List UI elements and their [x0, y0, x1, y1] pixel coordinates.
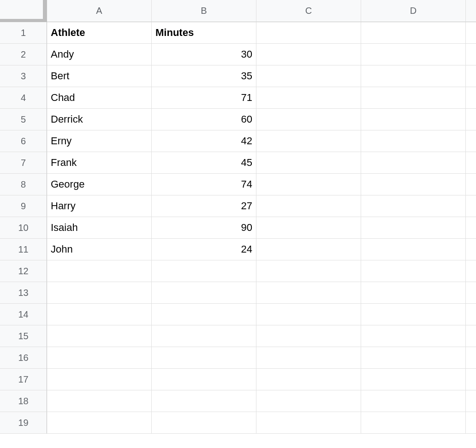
cell-c9[interactable]: [256, 195, 361, 217]
cell-d1[interactable]: [361, 22, 466, 44]
cell-a4[interactable]: Chad: [47, 87, 152, 109]
cell-b18[interactable]: [152, 390, 256, 412]
cell-c15[interactable]: [256, 325, 361, 347]
cell-b13[interactable]: [152, 282, 256, 304]
row-header-12[interactable]: 12: [0, 260, 47, 282]
cell-c3[interactable]: [256, 65, 361, 87]
select-all-corner[interactable]: [0, 0, 47, 22]
col-header-a[interactable]: A: [47, 0, 152, 22]
row-header-4[interactable]: 4: [0, 87, 47, 109]
row-header-7[interactable]: 7: [0, 152, 47, 174]
cell-a12[interactable]: [47, 260, 152, 282]
cell-d6[interactable]: [361, 130, 466, 152]
cell-c12[interactable]: [256, 260, 361, 282]
cell-d7[interactable]: [361, 152, 466, 174]
cell-a17[interactable]: [47, 369, 152, 390]
cell-b3[interactable]: 35: [152, 65, 256, 87]
cell-c4[interactable]: [256, 87, 361, 109]
cell-b5[interactable]: 60: [152, 109, 256, 130]
cell-b2[interactable]: 30: [152, 44, 256, 65]
cell-b16[interactable]: [152, 347, 256, 369]
row-header-17[interactable]: 17: [0, 369, 47, 390]
cell-a15[interactable]: [47, 325, 152, 347]
row-header-3[interactable]: 3: [0, 65, 47, 87]
cell-d2[interactable]: [361, 44, 466, 65]
row-header-8[interactable]: 8: [0, 174, 47, 195]
cell-a3[interactable]: Bert: [47, 65, 152, 87]
cell-d19[interactable]: [361, 412, 466, 434]
cell-d11[interactable]: [361, 239, 466, 260]
cell-c16[interactable]: [256, 347, 361, 369]
row-header-6[interactable]: 6: [0, 130, 47, 152]
cell-a2[interactable]: Andy: [47, 44, 152, 65]
cell-d4[interactable]: [361, 87, 466, 109]
cell-b15[interactable]: [152, 325, 256, 347]
cell-d8[interactable]: [361, 174, 466, 195]
cell-d14[interactable]: [361, 304, 466, 325]
cell-c11[interactable]: [256, 239, 361, 260]
row-header-5[interactable]: 5: [0, 109, 47, 130]
cell-d5[interactable]: [361, 109, 466, 130]
row-header-18[interactable]: 18: [0, 390, 47, 412]
cell-d12[interactable]: [361, 260, 466, 282]
cell-c1[interactable]: [256, 22, 361, 44]
cell-a14[interactable]: [47, 304, 152, 325]
col-header-b[interactable]: B: [152, 0, 256, 22]
cell-b10[interactable]: 90: [152, 217, 256, 239]
cell-c19[interactable]: [256, 412, 361, 434]
cell-b12[interactable]: [152, 260, 256, 282]
cell-c6[interactable]: [256, 130, 361, 152]
cell-b14[interactable]: [152, 304, 256, 325]
cell-b6[interactable]: 42: [152, 130, 256, 152]
cell-b4[interactable]: 71: [152, 87, 256, 109]
col-header-d[interactable]: D: [361, 0, 466, 22]
cell-d18[interactable]: [361, 390, 466, 412]
cell-b19[interactable]: [152, 412, 256, 434]
row-header-16[interactable]: 16: [0, 347, 47, 369]
cell-b9[interactable]: 27: [152, 195, 256, 217]
cell-c14[interactable]: [256, 304, 361, 325]
row-header-9[interactable]: 9: [0, 195, 47, 217]
row-header-1[interactable]: 1: [0, 22, 47, 44]
row-header-10[interactable]: 10: [0, 217, 47, 239]
cell-c10[interactable]: [256, 217, 361, 239]
row-header-13[interactable]: 13: [0, 282, 47, 304]
cell-b7[interactable]: 45: [152, 152, 256, 174]
cell-c2[interactable]: [256, 44, 361, 65]
cell-b11[interactable]: 24: [152, 239, 256, 260]
cell-b1[interactable]: Minutes: [152, 22, 256, 44]
cell-d9[interactable]: [361, 195, 466, 217]
row-header-2[interactable]: 2: [0, 44, 47, 65]
cell-d15[interactable]: [361, 325, 466, 347]
row-header-11[interactable]: 11: [0, 239, 47, 260]
cell-d17[interactable]: [361, 369, 466, 390]
cell-c7[interactable]: [256, 152, 361, 174]
cell-a9[interactable]: Harry: [47, 195, 152, 217]
cell-a18[interactable]: [47, 390, 152, 412]
cell-a1[interactable]: Athlete: [47, 22, 152, 44]
col-header-c[interactable]: C: [256, 0, 361, 22]
cell-a11[interactable]: John: [47, 239, 152, 260]
cell-c13[interactable]: [256, 282, 361, 304]
cell-a16[interactable]: [47, 347, 152, 369]
cell-a8[interactable]: George: [47, 174, 152, 195]
cell-c17[interactable]: [256, 369, 361, 390]
cell-d10[interactable]: [361, 217, 466, 239]
cell-b8[interactable]: 74: [152, 174, 256, 195]
row-header-15[interactable]: 15: [0, 325, 47, 347]
cell-a7[interactable]: Frank: [47, 152, 152, 174]
cell-a19[interactable]: [47, 412, 152, 434]
cell-a10[interactable]: Isaiah: [47, 217, 152, 239]
cell-a5[interactable]: Derrick: [47, 109, 152, 130]
cell-a13[interactable]: [47, 282, 152, 304]
cell-d16[interactable]: [361, 347, 466, 369]
cell-b17[interactable]: [152, 369, 256, 390]
cell-c8[interactable]: [256, 174, 361, 195]
row-header-19[interactable]: 19: [0, 412, 47, 434]
row-header-14[interactable]: 14: [0, 304, 47, 325]
cell-c5[interactable]: [256, 109, 361, 130]
cell-d13[interactable]: [361, 282, 466, 304]
cell-c18[interactable]: [256, 390, 361, 412]
cell-a6[interactable]: Erny: [47, 130, 152, 152]
cell-d3[interactable]: [361, 65, 466, 87]
